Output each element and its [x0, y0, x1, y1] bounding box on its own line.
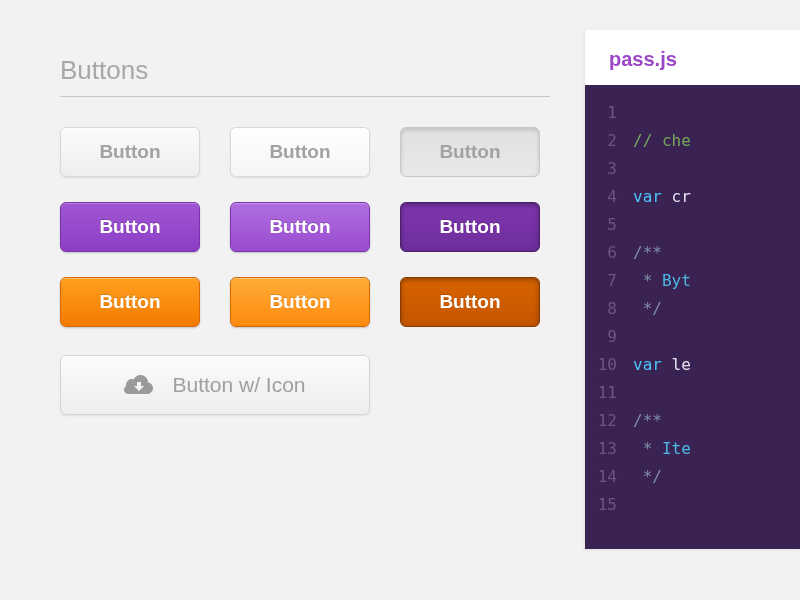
code-token: le — [672, 351, 691, 379]
button-with-icon-label: Button w/ Icon — [172, 373, 305, 397]
line-number: 9 — [585, 323, 633, 351]
line-number: 6 — [585, 239, 633, 267]
code-line: 5 — [585, 211, 800, 239]
code-line: 1 — [585, 99, 800, 127]
line-number: 5 — [585, 211, 633, 239]
code-line: 6/** — [585, 239, 800, 267]
line-number: 12 — [585, 407, 633, 435]
line-number: 10 — [585, 351, 633, 379]
code-line: 7 * Byt — [585, 267, 800, 295]
code-line: 14 */ — [585, 463, 800, 491]
line-number: 14 — [585, 463, 633, 491]
line-number: 15 — [585, 491, 633, 519]
code-token: // che — [633, 127, 691, 155]
cloud-download-icon — [124, 373, 154, 397]
button-purple-default[interactable]: Button — [60, 202, 200, 252]
button-gray-default[interactable]: Button — [60, 127, 200, 177]
code-token: Byt — [662, 267, 691, 295]
button-orange-default[interactable]: Button — [60, 277, 200, 327]
code-token: Ite — [662, 435, 691, 463]
button-orange-hover[interactable]: Button — [230, 277, 370, 327]
code-token: cr — [672, 183, 691, 211]
section-title: Buttons — [60, 55, 550, 97]
code-filename-tab[interactable]: pass.js — [585, 30, 800, 85]
line-number: 2 — [585, 127, 633, 155]
code-line: 2// che — [585, 127, 800, 155]
code-line: 11 — [585, 379, 800, 407]
button-gray-active[interactable]: Button — [400, 127, 540, 177]
line-number: 11 — [585, 379, 633, 407]
button-purple-active[interactable]: Button — [400, 202, 540, 252]
code-token: /** — [633, 239, 662, 267]
code-line: 13 * Ite — [585, 435, 800, 463]
button-gray-hover[interactable]: Button — [230, 127, 370, 177]
code-token: */ — [633, 463, 662, 491]
code-token: var — [633, 183, 672, 211]
code-line: 10var le — [585, 351, 800, 379]
code-token: /** — [633, 407, 662, 435]
button-purple-hover[interactable]: Button — [230, 202, 370, 252]
button-with-icon[interactable]: Button w/ Icon — [60, 355, 370, 415]
line-number: 8 — [585, 295, 633, 323]
code-line: 4var cr — [585, 183, 800, 211]
code-line: 12/** — [585, 407, 800, 435]
code-token: */ — [633, 295, 662, 323]
button-grid: Button Button Button Button Button Butto… — [60, 127, 550, 327]
code-line: 3 — [585, 155, 800, 183]
line-number: 7 — [585, 267, 633, 295]
code-line: 9 — [585, 323, 800, 351]
buttons-section: Buttons Button Button Button Button Butt… — [60, 55, 550, 415]
line-number: 13 — [585, 435, 633, 463]
code-panel: pass.js 12// che34var cr56/**7 * Byt8 */… — [585, 30, 800, 549]
code-line: 15 — [585, 491, 800, 519]
button-orange-active[interactable]: Button — [400, 277, 540, 327]
line-number: 4 — [585, 183, 633, 211]
code-token: var — [633, 351, 672, 379]
code-token: * — [633, 435, 662, 463]
code-body: 12// che34var cr56/**7 * Byt8 */910var l… — [585, 85, 800, 549]
line-number: 1 — [585, 99, 633, 127]
line-number: 3 — [585, 155, 633, 183]
code-token: * — [633, 267, 662, 295]
code-line: 8 */ — [585, 295, 800, 323]
